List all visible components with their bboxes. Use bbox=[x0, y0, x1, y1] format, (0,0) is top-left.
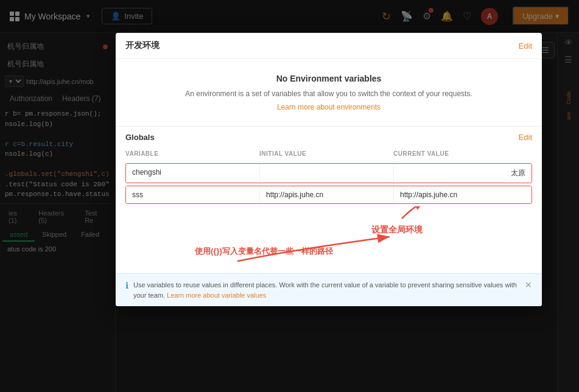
annotation-arrows bbox=[116, 206, 542, 279]
var-row-2: sss http://apis.juhe.cn http://apis.juhe… bbox=[125, 186, 532, 204]
var-cell-initial-1[interactable] bbox=[260, 164, 394, 183]
learn-more-env-link[interactable]: Learn more about environments bbox=[125, 103, 532, 111]
info-close-button[interactable]: ✕ bbox=[525, 280, 532, 290]
globals-section: Globals Edit VARIABLE INITIAL VALUE CURR… bbox=[116, 127, 542, 204]
learn-more-link[interactable]: Learn more about variable values bbox=[167, 292, 266, 299]
var-cell-name-2[interactable]: sss bbox=[126, 186, 260, 203]
col-initial: INITIAL VALUE bbox=[259, 150, 393, 157]
var-cell-name-1[interactable]: chengshi bbox=[126, 164, 260, 183]
globals-columns: VARIABLE INITIAL VALUE CURRENT VALUE bbox=[116, 148, 542, 161]
no-vars-desc: An environment is a set of variables tha… bbox=[125, 88, 532, 99]
annotation-text-2: 使用({})写入变量名代替一些一样的路径 bbox=[195, 246, 333, 257]
env-panel-edit[interactable]: Edit bbox=[519, 41, 532, 51]
annotation-text-1: 设置全局环境 bbox=[371, 225, 423, 236]
globals-title: Globals bbox=[125, 133, 155, 142]
var-row-1: chengshi 太原 bbox=[125, 163, 532, 183]
no-vars-title: No Environment variables bbox=[125, 74, 532, 83]
var-cell-current-2[interactable]: http://apis.juhe.cn bbox=[394, 186, 532, 203]
env-panel-header: 开发环境 Edit bbox=[116, 33, 542, 59]
env-panel-title: 开发环境 bbox=[125, 40, 160, 51]
col-current: CURRENT VALUE bbox=[393, 150, 532, 157]
col-variable: VARIABLE bbox=[125, 150, 259, 157]
annotation-area: 设置全局环境 使用({})写入变量名代替一些一样的路径 bbox=[116, 206, 542, 273]
info-icon: ℹ bbox=[125, 281, 128, 290]
info-text: Use variables to reuse values in differe… bbox=[133, 280, 520, 300]
globals-edit[interactable]: Edit bbox=[519, 133, 532, 142]
env-panel: 开发环境 Edit No Environment variables An en… bbox=[116, 33, 542, 306]
var-cell-current-1[interactable]: 太原 bbox=[394, 164, 532, 183]
no-env-vars-section: No Environment variables An environment … bbox=[116, 59, 542, 127]
globals-header: Globals Edit bbox=[116, 127, 542, 148]
var-cell-initial-2[interactable]: http://apis.juhe.cn bbox=[260, 186, 394, 203]
